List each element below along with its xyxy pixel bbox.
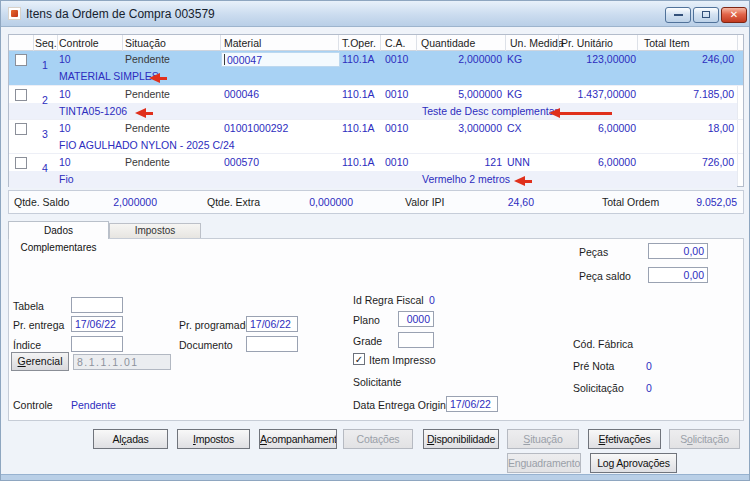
app-icon <box>8 7 21 20</box>
toper-cell: 110.1A <box>342 122 375 134</box>
grade-field[interactable] <box>398 332 434 348</box>
annotation-arrow <box>149 73 167 83</box>
col-toper: T.Oper. <box>342 37 376 49</box>
window: Itens da Ordem de Compra 003579 ✕ Seq. C… <box>0 0 750 481</box>
col-material: Material <box>224 37 261 49</box>
cod-fabrica-label: Cód. Fábrica <box>573 338 633 350</box>
um-cell: CX <box>507 122 522 134</box>
log-aprovacoes-button[interactable]: Log Aprovações <box>590 453 677 473</box>
minimize-icon <box>674 14 683 16</box>
pr-unitario-cell: 6,00000 <box>549 122 636 134</box>
col-situacao: Situação <box>125 37 166 49</box>
qtde-extra-value: 0,000000 <box>259 196 353 208</box>
table-row[interactable]: 2 10 Pendente 000046 110.1A 0010 5,00000… <box>9 85 743 119</box>
pecas-field[interactable]: 0,00 <box>648 243 708 259</box>
summary-bar: Qtde. Saldo 2,000000 Qtde. Extra 0,00000… <box>8 190 744 214</box>
row-checkbox[interactable] <box>15 54 27 66</box>
ca-cell: 0010 <box>385 156 408 168</box>
minimize-button[interactable] <box>665 7 691 23</box>
table-header: Seq. Controle Situação Material T.Oper. … <box>9 35 743 51</box>
pr-programado-field[interactable]: 17/06/22 <box>246 316 298 332</box>
toper-cell: 110.1A <box>342 53 375 65</box>
table-row[interactable]: 4 10 Pendente 000570 110.1A 0010 121 UNN… <box>9 153 743 187</box>
ca-cell: 0010 <box>385 53 408 65</box>
total-item-cell: 18,00 <box>639 122 734 134</box>
col-um: Un. Medida <box>510 37 564 49</box>
tab-dados-complementares[interactable]: Dados Complementares <box>8 221 109 239</box>
enquadramento-button: Enguadramento <box>507 453 581 473</box>
pr-unitario-cell: 1.437,00000 <box>549 88 636 100</box>
pre-nota-label: Pré Nota <box>573 360 614 372</box>
row-checkbox[interactable] <box>15 123 27 135</box>
pr-entrega-field[interactable]: 17/06/22 <box>71 316 123 332</box>
seq-cell: 4 <box>33 162 57 174</box>
situacao-button: Situação <box>507 429 579 449</box>
tabela-label: Tabela <box>13 300 44 312</box>
disponibilidade-button[interactable]: Disponibilidade <box>423 429 499 449</box>
acompanhamento-button[interactable]: Acompanhamento <box>259 429 337 449</box>
controle-cell: 10 <box>59 88 71 100</box>
maximize-button[interactable] <box>693 7 719 23</box>
row-checkbox[interactable] <box>15 157 27 169</box>
col-ca: C.A. <box>385 37 405 49</box>
item-description: MATERIAL SIMPLES <box>59 70 159 82</box>
solicitacao-value: 0 <box>646 382 652 394</box>
pecas-label: Peças <box>579 246 608 258</box>
cotacoes-button: Cotações <box>343 429 413 449</box>
efetivacoes-button[interactable]: Efetivações <box>588 429 661 449</box>
row-checkbox[interactable] <box>15 89 27 101</box>
indice-field[interactable] <box>71 336 123 352</box>
close-icon: ✕ <box>730 9 738 20</box>
alcadas-button[interactable]: Alçadas <box>93 429 168 449</box>
id-regra-fiscal-value: 0 <box>429 294 435 306</box>
item-description: Fio <box>59 173 74 185</box>
titlebar: Itens da Ordem de Compra 003579 ✕ <box>1 1 749 27</box>
close-button[interactable]: ✕ <box>721 7 747 23</box>
ca-cell: 0010 <box>385 88 408 100</box>
item-obs: Vermelho 2 metros <box>422 173 510 185</box>
table-row[interactable]: 1 10 Pendente 000047 110.1A 0010 2,00000… <box>9 51 743 85</box>
plano-label: Plano <box>353 314 380 326</box>
window-title: Itens da Ordem de Compra 003579 <box>26 7 215 21</box>
quantidade-cell: 5,000000 <box>414 88 502 100</box>
table-row[interactable]: 3 10 Pendente 01001000292 110.1A 0010 3,… <box>9 119 743 153</box>
gerencial-button[interactable]: Gerencial <box>11 352 69 371</box>
annotation-arrow <box>514 176 532 186</box>
col-quantidade: Quantidade <box>421 37 475 49</box>
documento-label: Documento <box>179 339 233 351</box>
gerencial-field: 8.1.1.1.01 <box>73 354 171 370</box>
text-caret <box>224 54 225 65</box>
total-item-cell: 726,00 <box>639 156 734 168</box>
data-entrega-original-field[interactable]: 17/06/22 <box>446 396 498 412</box>
peca-saldo-label: Peça saldo <box>579 270 631 282</box>
tabela-field[interactable] <box>71 297 123 313</box>
col-total-item: Total Item <box>644 37 690 49</box>
total-ordem-value: 9.052,05 <box>649 196 737 208</box>
total-item-cell: 7.185,00 <box>639 88 734 100</box>
pre-nota-value: 0 <box>646 360 652 372</box>
pr-unitario-cell: 123,00000 <box>549 53 636 65</box>
item-obs: Teste de Desc complementar <box>422 105 558 117</box>
item-impresso-checkbox[interactable]: ✓ <box>353 353 365 365</box>
id-regra-fiscal-label: Id Regra Fiscal <box>353 294 424 306</box>
um-cell: KG <box>507 53 522 65</box>
material-edit-cell[interactable]: 000047 <box>221 52 340 67</box>
seq-cell: 3 <box>33 128 57 140</box>
items-table: Seq. Controle Situação Material T.Oper. … <box>8 34 744 187</box>
annotation-arrow <box>549 108 612 118</box>
qtde-saldo-value: 2,000000 <box>59 196 157 208</box>
tab-impostos[interactable]: Impostos <box>109 223 201 238</box>
maximize-icon <box>702 11 710 18</box>
documento-field[interactable] <box>246 336 298 352</box>
qtde-extra-label: Qtde. Extra <box>207 196 260 208</box>
total-item-cell: 246,00 <box>639 53 734 65</box>
material-cell: 000570 <box>224 156 259 168</box>
controle-cell: 10 <box>59 122 71 134</box>
seq-cell: 2 <box>33 94 57 106</box>
controle-label: Controle <box>13 399 53 411</box>
window-bottom-border <box>1 474 749 480</box>
peca-saldo-field[interactable]: 0,00 <box>648 267 708 283</box>
plano-field[interactable]: 0000 <box>398 311 434 327</box>
pr-entrega-label: Pr. entrega <box>13 319 64 331</box>
impostos-button[interactable]: Impostos <box>177 429 250 449</box>
